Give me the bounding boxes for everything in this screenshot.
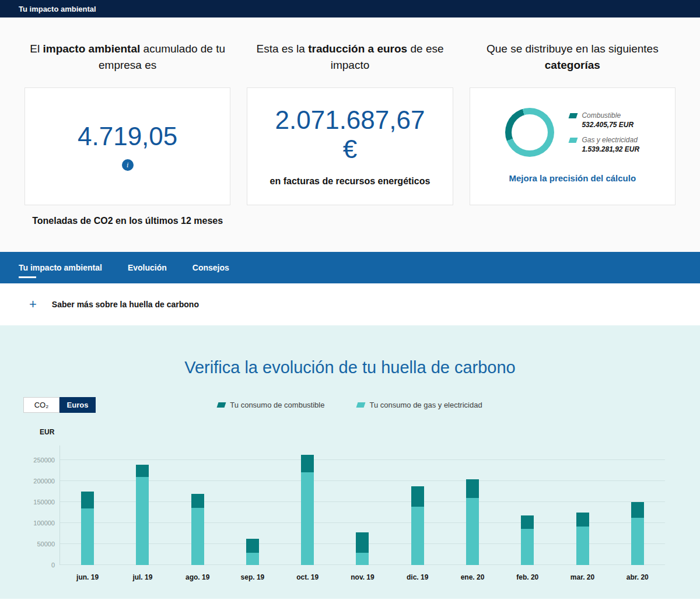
euros-column: Esta es la traducción a euros de ese imp… <box>247 41 453 227</box>
categories-heading: Que se distribuye en las siguientes cate… <box>470 41 676 83</box>
gas-electricidad-segment <box>356 553 369 566</box>
x-category-label: abr. 20 <box>626 573 649 581</box>
gas-electricidad-segment <box>411 507 424 566</box>
y-axis-unit-label: EUR <box>40 428 665 436</box>
combustible-segment <box>191 494 204 508</box>
toggle-co2-button[interactable]: CO₂ <box>23 397 60 413</box>
bar-column: feb. 20 <box>500 445 555 565</box>
stacked-bar[interactable] <box>466 479 479 566</box>
y-tick-label: 150000 <box>33 499 55 506</box>
expander-label: Saber más sobre la huella de carbono <box>52 300 199 309</box>
gas-electricidad-flag-icon <box>569 138 578 143</box>
bar-column: nov. 19 <box>335 445 390 565</box>
summary-section: El impacto ambiental acumulado de tu emp… <box>0 17 700 252</box>
bar-column: jun. 19 <box>60 445 115 565</box>
bar-column: ago. 19 <box>170 445 225 565</box>
bar-column: ene. 20 <box>445 445 500 565</box>
stacked-bar[interactable] <box>81 492 94 565</box>
x-category-label: nov. 19 <box>351 573 374 581</box>
bar-column: jul. 19 <box>115 445 170 565</box>
evolution-chart: EUR 050000100000150000200000250000 jun. … <box>0 428 700 565</box>
toggle-euros-button[interactable]: Euros <box>60 397 96 413</box>
evolution-title: Verifica la evolución de tu huella de ca… <box>0 358 700 377</box>
gas-electricidad-segment <box>576 527 589 565</box>
x-category-label: mar. 20 <box>570 573 594 581</box>
combustible-segment <box>631 502 644 518</box>
stacked-bar[interactable] <box>191 494 204 565</box>
categories-column: Que se distribuye en las siguientes cate… <box>470 41 676 227</box>
legend-combustible: Tu consumo de combustible <box>218 401 324 409</box>
x-category-label: oct. 19 <box>296 573 318 581</box>
bar-column: oct. 19 <box>280 445 335 565</box>
x-category-label: sep. 19 <box>241 573 265 581</box>
categories-legend: Combustible 532.405,75 EUR Gas y electri… <box>569 111 639 153</box>
unit-toggle: CO₂ Euros <box>23 397 96 413</box>
legend-item-combustible: Combustible 532.405,75 EUR <box>569 111 639 129</box>
x-category-label: ago. 19 <box>186 573 209 581</box>
combustible-segment <box>576 513 589 527</box>
gas-electricidad-segment <box>246 553 259 566</box>
euros-heading: Esta es la traducción a euros de ese imp… <box>247 41 453 83</box>
combustible-value: 532.405,75 EUR <box>582 121 634 129</box>
x-category-label: dic. 19 <box>407 573 428 581</box>
combustible-legend-icon <box>217 402 226 408</box>
gas-electricidad-segment <box>191 508 204 565</box>
impact-column: El impacto ambiental acumulado de tu emp… <box>24 41 230 227</box>
gas-electricidad-segment <box>81 508 94 565</box>
euro-symbol: € <box>343 135 357 163</box>
tab-evolucion[interactable]: Evolución <box>128 252 167 283</box>
combustible-segment <box>301 455 314 472</box>
combustible-label: Combustible <box>582 111 634 121</box>
x-category-label: jun. 19 <box>76 573 99 581</box>
evolution-controls: Tu consumo de combustible Tu consumo de … <box>0 397 700 413</box>
info-icon[interactable]: i <box>122 159 134 171</box>
impact-value: 4.719,05 <box>78 122 177 152</box>
combustible-segment <box>136 465 149 478</box>
app-header-title: Tu impacto ambiental <box>19 5 96 13</box>
legend-gas-electricidad: Tu consumo de gas y electricidad <box>357 401 482 409</box>
y-tick-label: 0 <box>51 562 55 569</box>
gas-electricidad-segment <box>466 498 479 565</box>
x-category-label: jul. 19 <box>132 573 152 581</box>
stacked-bar[interactable] <box>521 515 534 565</box>
gas-electricidad-segment <box>301 472 314 565</box>
stacked-bar[interactable] <box>301 455 314 565</box>
stacked-bar[interactable] <box>576 513 589 565</box>
plot-area: jun. 19jul. 19ago. 19sep. 19oct. 19nov. … <box>60 445 665 565</box>
euros-caption: en facturas de recursos energéticos <box>270 175 430 188</box>
gas-electricidad-segment <box>631 518 644 565</box>
bar-column: abr. 20 <box>610 445 665 565</box>
x-category-label: ene. 20 <box>461 573 485 581</box>
combustible-segment <box>81 492 94 508</box>
stacked-bar[interactable] <box>411 486 424 565</box>
euros-value: 2.071.687,67€ <box>275 106 425 164</box>
gas-electricidad-label: Gas y electricidad <box>582 136 639 145</box>
combustible-segment <box>521 515 534 529</box>
evolution-section: Verifica la evolución de tu huella de ca… <box>0 325 700 599</box>
combustible-segment <box>246 539 259 553</box>
combustible-flag-icon <box>569 113 578 118</box>
improve-precision-link[interactable]: Mejora la precisión del cálculo <box>509 173 636 183</box>
main-nav: Tu impacto ambiental Evolución Consejos <box>0 252 700 283</box>
stacked-bar[interactable] <box>356 532 369 565</box>
bar-column: mar. 20 <box>555 445 610 565</box>
legend-item-gas-electricidad: Gas y electricidad 1.539.281,92 EUR <box>569 136 639 153</box>
gas-electricidad-segment <box>521 529 534 565</box>
impact-heading: El impacto ambiental acumulado de tu emp… <box>24 41 230 83</box>
y-tick-label: 250000 <box>33 457 55 464</box>
gas-electricidad-segment <box>136 477 149 565</box>
stacked-bar[interactable] <box>246 539 259 565</box>
categories-donut-chart <box>505 108 554 157</box>
app-header: Tu impacto ambiental <box>0 0 700 17</box>
saber-mas-expander[interactable]: + Saber más sobre la huella de carbono <box>0 283 700 325</box>
combustible-segment <box>411 486 424 507</box>
tab-consejos[interactable]: Consejos <box>192 252 229 283</box>
gas-electricidad-legend-icon <box>356 402 366 408</box>
active-tab-underline <box>19 276 36 278</box>
stacked-bar[interactable] <box>631 502 644 566</box>
impact-caption: Toneladas de CO2 en los últimos 12 meses <box>24 215 230 227</box>
stacked-bar[interactable] <box>136 465 149 566</box>
y-tick-label: 100000 <box>33 520 55 527</box>
x-category-label: feb. 20 <box>516 573 538 581</box>
tab-tu-impacto-ambiental[interactable]: Tu impacto ambiental <box>19 252 102 283</box>
